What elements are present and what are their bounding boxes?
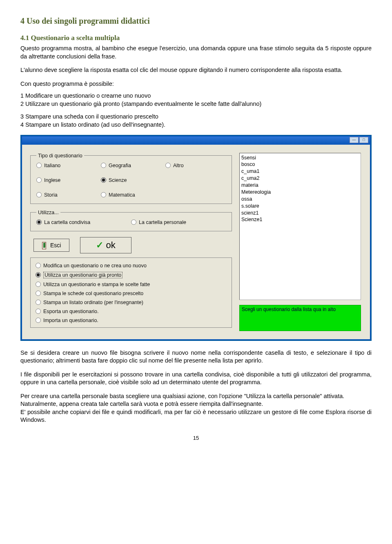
radio-input[interactable] — [165, 163, 171, 168]
paragraph: I file disponibili per le esercitazioni … — [20, 371, 372, 387]
radio-input[interactable] — [101, 177, 106, 183]
radio-input[interactable] — [101, 192, 106, 197]
paragraph: Naturalmente, appena creata tale cartell… — [20, 400, 372, 408]
paragraph: E' possibile anche copiarvi dei file e q… — [20, 408, 372, 424]
radio-label: Scienze — [109, 177, 127, 183]
radio-cartella-personale[interactable]: La cartella personale — [131, 219, 226, 225]
list-item[interactable]: ossa — [241, 196, 359, 203]
radio-label: La cartella condivisa — [44, 219, 90, 225]
button-label: ok — [106, 241, 115, 250]
radio-label: Utilizza un questionario già pronto — [45, 272, 121, 278]
radio-input[interactable] — [101, 163, 106, 168]
hint-box: Scegli un questionario dalla lista qua i… — [239, 305, 361, 331]
page-heading: 4 Uso dei singoli programmi didattici — [20, 16, 372, 26]
list-item: 4 Stampare un listato ordinato (ad uso d… — [20, 121, 372, 129]
list-item[interactable]: c_uma1 — [241, 168, 359, 175]
actions-group: Modifica un questionario o ne crea uno n… — [30, 257, 232, 328]
list-item: 3 Stampare una scheda con il questionari… — [20, 113, 372, 121]
radio-label: Stampa le schede col questionario presce… — [43, 291, 143, 296]
list-item: 1 Modificare un questionario o crearne u… — [20, 92, 372, 100]
paragraph: Con questo programma è possibile: — [20, 80, 372, 88]
window-minimize-button[interactable]: — — [350, 137, 359, 143]
radio-label: Stampa un listato ordinato (per l'insegn… — [43, 300, 143, 305]
list-item[interactable]: 5sensi — [241, 154, 359, 161]
button-label: Esci — [50, 242, 61, 248]
app-window: — □ Tipo di questionario Italiano Geogra… — [20, 135, 372, 341]
file-listbox[interactable]: 5sensiboscoc_uma1c_uma2materiaMetereolog… — [239, 153, 361, 300]
radio-label: Storia — [44, 192, 58, 198]
list-item[interactable]: scienz1 — [241, 210, 359, 217]
radio-input[interactable] — [36, 300, 41, 305]
radio-label: Geografia — [109, 163, 131, 168]
radio-input[interactable] — [36, 291, 41, 296]
exit-icon — [42, 242, 48, 248]
radio-label: Italiano — [44, 163, 60, 168]
radio-matematica[interactable]: Matematica — [101, 192, 161, 198]
paragraph: Se si desidera creare un nuovo file biso… — [20, 349, 372, 365]
group-legend: Utilizza... — [36, 210, 60, 215]
list-item: 2 Utilizzare un questionario già pronto … — [20, 100, 372, 108]
radio-action-utilizza-stampa[interactable]: Utilizza un questionario e stampa le sce… — [36, 280, 227, 289]
radio-input[interactable] — [36, 272, 41, 278]
list-item[interactable]: c_uma2 — [241, 175, 359, 182]
window-titlebar: — □ — [22, 137, 370, 145]
list-item[interactable]: materia — [241, 182, 359, 189]
radio-geografia[interactable]: Geografia — [101, 163, 161, 168]
radio-action-stampa-listato[interactable]: Stampa un listato ordinato (per l'insegn… — [36, 298, 227, 307]
radio-action-utilizza-pronto[interactable]: Utilizza un questionario già pronto — [36, 270, 227, 280]
paragraph: L'alunno deve scegliere la risposta esat… — [20, 66, 372, 74]
list-item[interactable]: Scienze1 — [241, 216, 359, 223]
paragraph: Questo programma mostra, al bambino che … — [20, 45, 372, 60]
radio-input[interactable] — [36, 219, 42, 225]
list-item[interactable]: s.solare — [241, 203, 359, 210]
radio-italiano[interactable]: Italiano — [36, 163, 97, 168]
radio-label: La cartella personale — [139, 219, 186, 225]
radio-input[interactable] — [36, 177, 42, 183]
hint-text: Scegli un questionario dalla lista qua i… — [242, 307, 336, 312]
paragraph: Per creare una cartella personale basta … — [20, 392, 372, 401]
section-heading: 4.1 Questionario a scelta multipla — [20, 34, 372, 42]
page-number: 15 — [20, 435, 372, 441]
radio-inglese[interactable]: Inglese — [36, 177, 97, 183]
ok-button[interactable]: ✓ ok — [80, 237, 131, 253]
radio-label: Modifica un questionario o ne crea uno n… — [43, 263, 147, 269]
radio-input[interactable] — [36, 163, 42, 168]
radio-input[interactable] — [36, 282, 41, 287]
radio-action-importa[interactable]: Importa un questionario. — [36, 316, 227, 325]
utilizza-group: Utilizza... La cartella condivisa La car… — [30, 210, 232, 231]
tipo-questionario-group: Tipo di questionario Italiano Geografia … — [30, 153, 232, 204]
radio-input[interactable] — [131, 219, 136, 225]
group-legend: Tipo di questionario — [36, 153, 84, 159]
radio-action-esporta[interactable]: Esporta un questionario. — [36, 307, 227, 316]
radio-label: Altro — [173, 163, 184, 168]
check-icon: ✓ — [96, 241, 103, 250]
radio-storia[interactable]: Storia — [36, 192, 97, 198]
radio-label: Esporta un questionario. — [43, 309, 99, 314]
radio-label: Utilizza un questionario e stampa le sce… — [43, 282, 150, 287]
window-maximize-button[interactable]: □ — [359, 137, 368, 143]
radio-input[interactable] — [36, 192, 42, 197]
radio-label: Inglese — [44, 177, 60, 183]
radio-scienze[interactable]: Scienze — [101, 177, 161, 183]
esci-button[interactable]: Esci — [33, 239, 69, 252]
radio-input[interactable] — [36, 318, 41, 323]
radio-label: Importa un questionario. — [43, 318, 98, 323]
radio-label: Matematica — [109, 192, 135, 198]
radio-altro[interactable]: Altro — [165, 163, 226, 168]
list-item[interactable]: Metereologia — [241, 189, 359, 196]
radio-input[interactable] — [36, 263, 41, 268]
radio-input[interactable] — [36, 309, 41, 314]
list-item[interactable]: bosco — [241, 161, 359, 168]
radio-cartella-condivisa[interactable]: La cartella condivisa — [36, 219, 131, 225]
radio-action-modifica[interactable]: Modifica un questionario o ne crea uno n… — [36, 261, 227, 270]
radio-action-stampa-schede[interactable]: Stampa le schede col questionario presce… — [36, 289, 227, 298]
